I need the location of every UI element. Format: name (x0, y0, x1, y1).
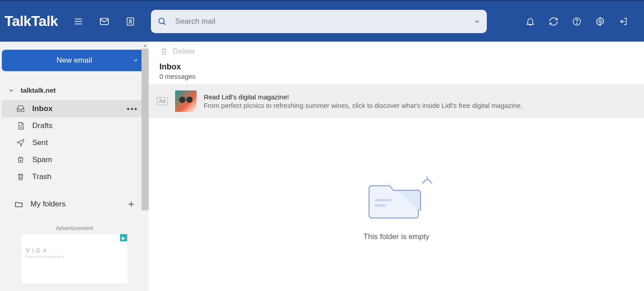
logout-icon[interactable] (612, 10, 635, 33)
svg-line-24 (429, 180, 432, 183)
folder-sent[interactable]: Sent (2, 134, 147, 151)
folder-label: Sent (32, 138, 48, 147)
folder-label: Drafts (32, 121, 52, 130)
help-icon[interactable] (565, 10, 588, 33)
folder-label: Spam (32, 155, 52, 164)
folder-list: Inbox ••• Drafts Sent Spam (0, 100, 149, 185)
hamburger-menu-icon[interactable] (67, 10, 90, 33)
ad-description: From perfect picnics to refreshing summe… (204, 102, 523, 109)
my-folders-row[interactable]: My folders + (0, 195, 149, 213)
sidebar: New email talktalk.net Inbox ••• (0, 42, 149, 291)
folder-trash[interactable]: Trash (2, 168, 147, 185)
scroll-up-icon[interactable]: ▲ (142, 42, 149, 49)
trash-icon (16, 172, 25, 181)
empty-state: This folder is empty (149, 118, 644, 291)
ad-thumbnail (175, 90, 197, 112)
folder-label: Inbox (32, 104, 52, 113)
sidebar-scrollbar[interactable]: ▲ (142, 42, 149, 291)
ad-title: Read Lidl's digital magazine! (204, 93, 523, 101)
svg-line-7 (163, 22, 165, 24)
sidebar-ad-brand: VIDA (26, 248, 49, 254)
add-folder-icon[interactable]: + (128, 198, 134, 210)
settings-gear-icon[interactable] (588, 10, 612, 33)
my-folders-label: My folders (30, 200, 65, 209)
topbar: TalkTalk (0, 0, 644, 42)
trash-icon (159, 47, 168, 56)
scroll-thumb[interactable] (142, 49, 149, 210)
svg-line-22 (423, 180, 426, 183)
mail-icon[interactable] (93, 10, 116, 33)
folder-label: Trash (32, 172, 52, 181)
delete-label: Delete (173, 47, 195, 56)
sidebar-ad-label: Advertisement (0, 225, 149, 231)
ad-text: Read Lidl's digital magazine! From perfe… (204, 93, 523, 109)
spam-icon (16, 155, 25, 164)
svg-rect-3 (100, 18, 108, 25)
search-input[interactable] (167, 17, 473, 26)
account-label: talktalk.net (21, 86, 56, 94)
inline-ad[interactable]: Ad Read Lidl's digital magazine! From pe… (149, 85, 644, 118)
sent-icon (16, 138, 25, 147)
search-icon (157, 17, 167, 26)
sidebar-ad-tagline: HOTELS AND RESORTS (26, 256, 65, 258)
brand-logo: TalkTalk (3, 13, 64, 30)
compose-dropdown-icon[interactable] (133, 57, 139, 64)
compose-button[interactable]: New email (2, 50, 147, 71)
list-header: Inbox 0 messages (149, 56, 644, 85)
delete-button[interactable]: Delete (159, 47, 195, 56)
adchoices-icon[interactable]: ▶ (120, 234, 127, 241)
list-count: 0 messages (159, 73, 633, 80)
folder-spam[interactable]: Spam (2, 151, 147, 168)
svg-point-6 (159, 18, 164, 23)
inbox-icon (16, 104, 25, 113)
svg-point-9 (576, 23, 577, 23)
svg-point-5 (129, 19, 132, 21)
sidebar-ad[interactable]: ▶ VIDA HOTELS AND RESORTS (21, 234, 127, 283)
shell: New email talktalk.net Inbox ••• (0, 42, 644, 291)
content-pane: Delete Inbox 0 messages Ad Read Lidl's d… (149, 42, 644, 291)
folder-drafts[interactable]: Drafts (2, 117, 147, 134)
chevron-down-icon (8, 87, 14, 94)
search-container (151, 10, 487, 33)
toolbar: Delete (149, 42, 644, 56)
svg-point-10 (599, 20, 601, 23)
refresh-icon[interactable] (542, 10, 565, 33)
folder-icon (14, 200, 23, 209)
bell-icon[interactable] (519, 10, 542, 33)
search-bar[interactable] (151, 10, 487, 33)
topbar-actions (519, 10, 644, 33)
account-row[interactable]: talktalk.net (0, 82, 149, 98)
compose-label: New email (56, 56, 92, 65)
search-dropdown-icon[interactable] (473, 18, 481, 25)
drafts-icon (16, 121, 25, 130)
folder-more-icon[interactable]: ••• (127, 104, 138, 114)
empty-folder-icon (365, 177, 428, 222)
ad-badge: Ad (157, 97, 168, 105)
empty-message: This folder is empty (363, 232, 429, 241)
folder-inbox[interactable]: Inbox ••• (2, 100, 147, 117)
list-title: Inbox (159, 62, 633, 72)
contacts-icon[interactable] (119, 10, 142, 33)
